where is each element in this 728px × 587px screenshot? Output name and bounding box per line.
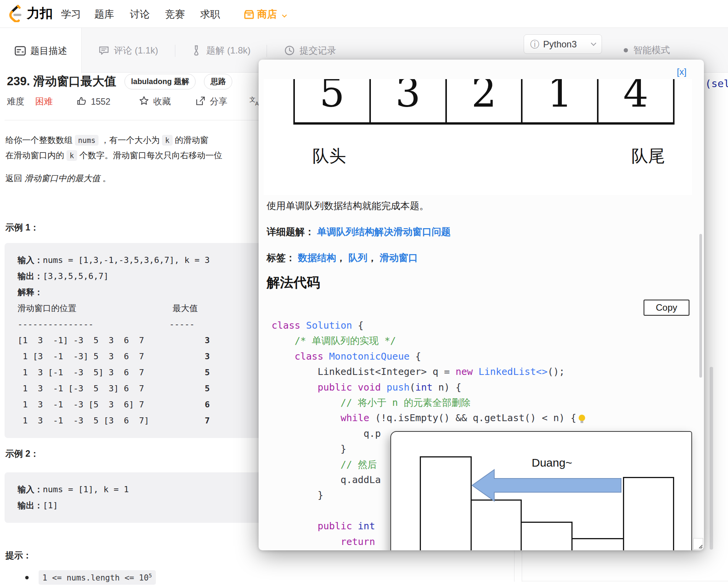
smart-mode-label: 智能模式: [633, 44, 670, 56]
resize-handle[interactable]: [693, 538, 703, 550]
queue-cell: 3: [371, 79, 447, 122]
editor-scrollbar[interactable]: [710, 367, 713, 550]
solutions-icon: [192, 45, 202, 56]
favorite-button[interactable]: 收藏: [139, 96, 171, 107]
example2-label: 示例 2：: [5, 448, 39, 460]
inline-code-k: k: [66, 150, 77, 161]
nav-item-learn[interactable]: 学习: [61, 8, 81, 21]
queue-illustration: 53214 队头 队尾: [264, 79, 692, 195]
share-button[interactable]: 分享: [195, 96, 227, 107]
description-icon: [15, 46, 26, 56]
pill-labuladong[interactable]: labuladong 题解: [125, 74, 196, 89]
bar: [420, 456, 472, 550]
tags-row: 标签： 数据结构， 队列， 滑动窗口: [267, 251, 418, 264]
panel-divider: [514, 550, 514, 582]
bullet-icon: [25, 576, 29, 579]
leetcode-logo[interactable]: 力扣: [6, 5, 53, 22]
leetcode-page: 力扣 学习 题库 讨论 竞赛 求职 商店 题目描述: [0, 0, 728, 587]
like-count: 1552: [91, 97, 110, 107]
nav-item-jobs[interactable]: 求职: [200, 8, 220, 21]
modal-scrollbar[interactable]: [699, 234, 702, 378]
panel-divider: [522, 550, 522, 582]
tab-comments[interactable]: 评论 (1.1k): [99, 28, 158, 73]
thumb-up-icon: [76, 96, 87, 107]
tab-solutions-label: 题解 (1.8k): [206, 44, 251, 57]
inline-code-k: k: [162, 135, 172, 146]
smart-mode-dot-icon: [624, 48, 628, 52]
tag-link[interactable]: 滑动窗口: [380, 252, 418, 263]
chevron-down-icon: [591, 40, 596, 45]
bar: [571, 538, 624, 550]
meta-row: 难度 困难 1552 收藏 分享 文 A 切: [7, 96, 273, 107]
language-select[interactable]: ⓘ Python3: [524, 34, 602, 54]
queue-cells: 53214: [293, 79, 675, 125]
tag-link[interactable]: 数据结构: [298, 252, 336, 263]
tab-separator: [267, 45, 267, 57]
detail-link[interactable]: 单调队列结构解决滑动窗口问题: [317, 226, 451, 237]
solution-modal: [x] 53214 队头 队尾 使用单调队列数据结构就能完成本题。 详细题解： …: [259, 60, 704, 550]
detail-label: 详细题解：: [267, 226, 314, 237]
close-button[interactable]: [x]: [677, 66, 686, 77]
bar: [623, 477, 674, 550]
language-label: Python3: [543, 39, 588, 50]
hover-image-popup: Duang~: [390, 431, 692, 550]
share-label: 分享: [210, 96, 227, 106]
favorite-label: 收藏: [153, 96, 171, 106]
smart-mode-toggle[interactable]: 智能模式: [624, 44, 670, 56]
comments-icon: [99, 45, 109, 55]
detail-row: 详细题解： 单调队列结构解决滑动窗口问题: [267, 225, 451, 238]
panel-divider: [522, 581, 728, 581]
tab-submissions-label: 提交记录: [299, 44, 336, 57]
info-icon: ⓘ: [530, 40, 539, 49]
hint-item: 1 <= nums.length <= 105: [25, 570, 156, 585]
bar: [521, 522, 573, 550]
description-line-2: 在滑动窗口内的 k 个数字。滑动窗口每次只向右移动一位: [5, 150, 222, 161]
star-icon: [139, 96, 149, 106]
top-navbar: 力扣 学习 题库 讨论 竞赛 求职 商店: [0, 0, 728, 28]
queue-head-label: 队头: [312, 145, 346, 167]
logo-text: 力扣: [27, 5, 53, 22]
bar: [471, 499, 522, 550]
tab-description[interactable]: 题目描述: [0, 28, 82, 73]
nav-item-problems[interactable]: 题库: [94, 8, 114, 21]
store-caret-icon: [282, 13, 287, 18]
copy-button[interactable]: Copy: [644, 300, 689, 316]
tag-link[interactable]: 队列: [348, 252, 367, 263]
tab-description-label: 题目描述: [31, 45, 67, 57]
editor-code-fragment: (sel: [705, 78, 728, 89]
queue-tail-label: 队尾: [631, 145, 665, 167]
svg-text:文: 文: [249, 96, 256, 103]
inline-code-nums: nums: [75, 135, 99, 146]
nav-item-contest[interactable]: 竞赛: [165, 8, 185, 21]
code-heading: 解法代码: [267, 274, 320, 292]
store-icon: [244, 10, 254, 19]
share-icon: [195, 96, 206, 106]
clock-icon: [284, 45, 295, 56]
description-line-1: 给你一个整数数组 nums ，有一个大小为 k 的滑动窗: [5, 135, 209, 146]
description-return: 返回 滑动窗口中的最大值 。: [5, 173, 111, 184]
queue-cell: 5: [295, 79, 371, 122]
like-button[interactable]: 1552: [76, 96, 110, 107]
queue-cell: 1: [523, 79, 599, 122]
tags-label: 标签：: [267, 252, 295, 263]
duang-label: Duang~: [532, 456, 572, 469]
example1-label: 示例 1：: [5, 222, 39, 234]
nav-item-store[interactable]: 商店: [244, 8, 285, 21]
pill-idea[interactable]: 思路: [204, 74, 232, 89]
queue-cell: 4: [599, 79, 673, 122]
nav-item-discuss[interactable]: 讨论: [130, 8, 150, 21]
tab-solutions[interactable]: 题解 (1.8k): [192, 28, 251, 73]
queue-cell: 2: [447, 79, 523, 122]
nav-store-label: 商店: [257, 8, 277, 20]
left-arrow-icon: [469, 468, 622, 503]
lightbulb-icon: [579, 415, 585, 421]
tab-comments-label: 评论 (1.1k): [114, 44, 158, 57]
title-row: 239. 滑动窗口最大值 labuladong 题解 思路: [7, 73, 232, 89]
hint-label: 提示：: [5, 550, 32, 561]
solution-intro: 使用单调队列数据结构就能完成本题。: [267, 199, 429, 212]
page-title: 239. 滑动窗口最大值: [7, 73, 116, 89]
tab-separator: [175, 45, 175, 57]
leetcode-logo-icon: [6, 5, 23, 22]
hint-constraint: 1 <= nums.length <= 105: [39, 570, 156, 585]
difficulty-label: 难度: [7, 96, 24, 107]
